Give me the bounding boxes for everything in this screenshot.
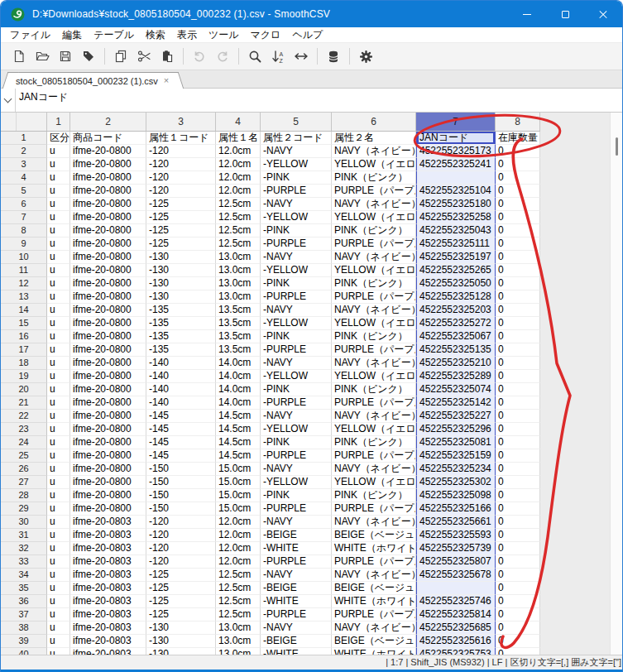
cell-r38c3[interactable]: -130 <box>146 622 216 635</box>
cell-r19c5[interactable]: -YELLOW <box>261 370 332 383</box>
cell-r4c8[interactable]: 0 <box>496 171 540 185</box>
cell-r15c3[interactable]: -135 <box>146 317 216 330</box>
cell-r30c5[interactable]: -NAVY <box>261 516 332 529</box>
cell-r24c8[interactable]: 0 <box>496 436 540 449</box>
cell-r28c4[interactable]: 15.0cm <box>216 489 261 502</box>
cell-r28c3[interactable]: -150 <box>146 489 216 502</box>
cell-r20c2[interactable]: ifme-20-0800 <box>70 383 146 396</box>
cell-r14c6[interactable]: NAVY（ネイビー） <box>332 304 416 317</box>
new-file-button[interactable] <box>7 46 31 67</box>
search-button[interactable] <box>243 46 266 67</box>
cell-r12c3[interactable]: -130 <box>146 277 216 290</box>
cell-r17c7[interactable]: 4522552325135 <box>416 343 496 357</box>
cell-r2c4[interactable]: 12.0cm <box>216 145 261 158</box>
cell-r39c2[interactable]: ifme-20-0803 <box>70 635 146 648</box>
row-header-12[interactable]: 12 <box>1 277 47 290</box>
cell-r14c5[interactable]: -NAVY <box>261 304 332 317</box>
column-header-4[interactable]: 4 <box>216 113 261 131</box>
cell-r31c4[interactable]: 12.0cm <box>216 529 261 542</box>
row-header-25[interactable]: 25 <box>1 449 47 463</box>
cell-r32c7[interactable]: 4522552325739 <box>416 542 496 555</box>
row-header-15[interactable]: 15 <box>1 317 47 330</box>
cell-r26c8[interactable]: 0 <box>496 463 540 476</box>
cell-r40c1[interactable]: u <box>47 648 70 655</box>
cell-value-input[interactable]: JANコード <box>16 89 68 112</box>
cell-r11c2[interactable]: ifme-20-0800 <box>70 264 146 277</box>
cell-r23c3[interactable]: -145 <box>146 423 216 436</box>
cell-r29c2[interactable]: ifme-20-0800 <box>70 502 146 516</box>
cell-r40c7[interactable]: 4522552325753 <box>416 648 496 655</box>
cell-r24c6[interactable]: PINK（ピンク） <box>332 436 416 449</box>
cell-r9c3[interactable]: -125 <box>146 238 216 251</box>
maximize-button[interactable] <box>546 1 584 27</box>
column-header-7[interactable]: 7 <box>416 113 496 131</box>
cell-r4c5[interactable]: -PINK <box>261 171 332 185</box>
cell-r5c6[interactable]: PURPLE（パープル） <box>332 185 416 198</box>
cell-r2c5[interactable]: -NAVY <box>261 145 332 158</box>
cell-r25c6[interactable]: PURPLE（パープル） <box>332 449 416 463</box>
cell-r37c3[interactable]: -125 <box>146 608 216 622</box>
column-header-1[interactable]: 1 <box>47 113 70 131</box>
tab-close-icon[interactable]: × <box>164 76 169 85</box>
cell-r7c4[interactable]: 12.5cm <box>216 211 261 224</box>
cell-r13c1[interactable]: u <box>47 290 70 304</box>
cell-r5c8[interactable]: 0 <box>496 185 540 198</box>
cell-r5c7[interactable]: 4522552325104 <box>416 185 496 198</box>
cell-r38c8[interactable]: 0 <box>496 622 540 635</box>
cell-r16c6[interactable]: PINK（ピンク） <box>332 330 416 343</box>
row-header-24[interactable]: 24 <box>1 436 47 449</box>
cell-r17c1[interactable]: u <box>47 343 70 357</box>
cell-r24c4[interactable]: 14.5cm <box>216 436 261 449</box>
cell-r39c3[interactable]: -130 <box>146 635 216 648</box>
cell-r30c6[interactable]: NAVY（ネイビー） <box>332 516 416 529</box>
cell-r14c2[interactable]: ifme-20-0800 <box>70 304 146 317</box>
cell-r30c2[interactable]: ifme-20-0803 <box>70 516 146 529</box>
cell-r30c1[interactable]: u <box>47 516 70 529</box>
cell-r31c3[interactable]: -120 <box>146 529 216 542</box>
cell-r33c8[interactable]: 0 <box>496 555 540 569</box>
cell-r13c4[interactable]: 13.0cm <box>216 290 261 304</box>
cell-r17c8[interactable]: 0 <box>496 343 540 357</box>
row-header-40[interactable]: 40 <box>1 648 47 655</box>
scrollbar-thumb[interactable] <box>616 137 618 156</box>
cell-r9c1[interactable]: u <box>47 238 70 251</box>
cell-r20c1[interactable]: u <box>47 383 70 396</box>
cell-r4c2[interactable]: ifme-20-0800 <box>70 171 146 185</box>
menu-macro[interactable]: マクロ <box>245 28 287 42</box>
cell-r38c5[interactable]: -NAVY <box>261 622 332 635</box>
row-header-6[interactable]: 6 <box>1 198 47 211</box>
cell-r23c1[interactable]: u <box>47 423 70 436</box>
cell-r14c1[interactable]: u <box>47 304 70 317</box>
row-header-13[interactable]: 13 <box>1 290 47 304</box>
cell-r14c3[interactable]: -135 <box>146 304 216 317</box>
cell-r3c4[interactable]: 12.0cm <box>216 158 261 171</box>
cell-r4c7[interactable] <box>416 171 496 185</box>
cell-r31c5[interactable]: -BEIGE <box>261 529 332 542</box>
cell-r36c5[interactable]: -WHITE <box>261 595 332 608</box>
cell-r27c3[interactable]: -150 <box>146 476 216 489</box>
paste-button[interactable] <box>156 46 179 67</box>
cell-r35c1[interactable]: u <box>47 582 70 595</box>
cell-r8c2[interactable]: ifme-20-0800 <box>70 224 146 238</box>
cell-r22c5[interactable]: -NAVY <box>261 410 332 423</box>
cell-r17c2[interactable]: ifme-20-0800 <box>70 343 146 357</box>
cell-r19c6[interactable]: YELLOW（イエロー） <box>332 370 416 383</box>
cell-r23c7[interactable]: 4522552325296 <box>416 423 496 436</box>
cell-r6c1[interactable]: u <box>47 198 70 211</box>
cell-r25c4[interactable]: 14.5cm <box>216 449 261 463</box>
cell-r1c1[interactable]: 区分 <box>47 132 70 145</box>
cell-r40c3[interactable]: -130 <box>146 648 216 655</box>
cell-r19c2[interactable]: ifme-20-0800 <box>70 370 146 383</box>
cell-r34c5[interactable]: -NAVY <box>261 569 332 582</box>
cell-r25c2[interactable]: ifme-20-0800 <box>70 449 146 463</box>
cell-r8c4[interactable]: 12.5cm <box>216 224 261 238</box>
cell-r33c3[interactable]: -120 <box>146 555 216 569</box>
cell-r40c5[interactable]: -WHITE <box>261 648 332 655</box>
row-header-18[interactable]: 18 <box>1 357 47 370</box>
cell-r19c3[interactable]: -140 <box>146 370 216 383</box>
cell-r15c7[interactable]: 4522552325272 <box>416 317 496 330</box>
cell-r36c3[interactable]: -125 <box>146 595 216 608</box>
cell-r10c3[interactable]: -130 <box>146 251 216 264</box>
cell-r27c1[interactable]: u <box>47 476 70 489</box>
cell-r5c3[interactable]: -120 <box>146 185 216 198</box>
